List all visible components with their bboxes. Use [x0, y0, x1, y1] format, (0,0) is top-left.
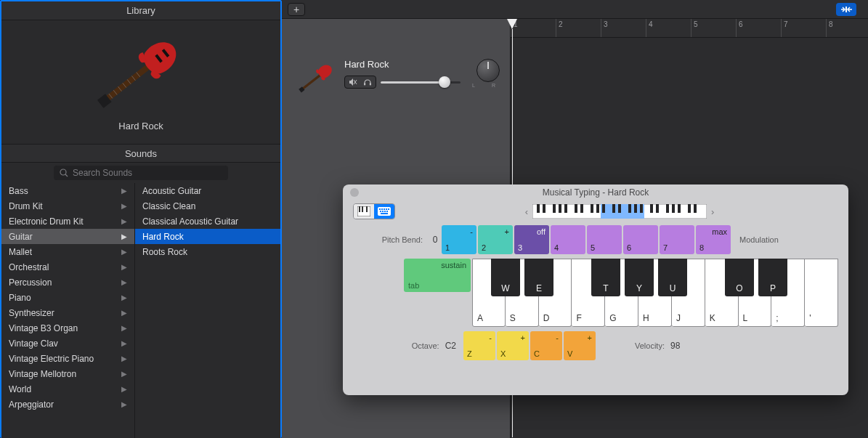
- black-key[interactable]: E: [524, 259, 553, 296]
- velocity-label: Velocity:: [635, 341, 665, 350]
- musical-typing-titlebar[interactable]: Musical Typing - Hard Rock: [343, 184, 848, 200]
- mute-solo-toggle[interactable]: [344, 76, 376, 89]
- chevron-right-icon: ▶: [121, 309, 127, 317]
- ruler-tick: 2: [556, 19, 563, 37]
- fn-key-v[interactable]: +V: [564, 331, 596, 360]
- svg-rect-41: [564, 204, 567, 213]
- category-label: Percussion: [9, 277, 52, 288]
- category-item[interactable]: Percussion▶: [1, 275, 134, 290]
- white-key[interactable]: ': [805, 259, 838, 327]
- black-key[interactable]: U: [658, 259, 687, 296]
- num-key-7[interactable]: 7: [660, 225, 694, 254]
- chevron-left-icon[interactable]: ‹: [525, 206, 528, 217]
- preset-item[interactable]: Acoustic Guitar: [135, 183, 280, 198]
- fn-key-z[interactable]: -Z: [463, 331, 495, 360]
- category-label: Piano: [9, 293, 31, 303]
- preset-column: Acoustic GuitarClassic CleanClassical Ac…: [135, 183, 280, 438]
- category-item[interactable]: World▶: [1, 381, 134, 397]
- track-header-bar: +: [282, 0, 868, 19]
- ruler-tick: 4: [646, 19, 653, 37]
- black-key[interactable]: Y: [625, 259, 654, 296]
- library-preview-name: Hard Rock: [118, 121, 163, 131]
- num-key-6[interactable]: 6: [623, 225, 658, 254]
- num-key-4[interactable]: 4: [551, 225, 585, 254]
- fn-key-x[interactable]: +X: [497, 331, 529, 360]
- close-button[interactable]: [350, 188, 359, 197]
- catch-icon: [840, 5, 853, 14]
- svg-rect-46: [602, 204, 605, 213]
- search-input[interactable]: Search Sounds: [54, 166, 228, 180]
- svg-rect-21: [359, 206, 360, 212]
- pitch-bend-zero: 0: [430, 225, 440, 254]
- timeline-ruler[interactable]: 12345678: [511, 19, 868, 38]
- category-item[interactable]: Arpeggiator▶: [1, 397, 134, 412]
- view-mode-segment[interactable]: [353, 203, 395, 219]
- category-item[interactable]: Piano▶: [1, 290, 134, 305]
- svg-rect-53: [656, 204, 659, 213]
- track-instrument-icon: [292, 52, 334, 94]
- category-item[interactable]: Drum Kit▶: [1, 198, 134, 214]
- category-item[interactable]: Synthesizer▶: [1, 305, 134, 320]
- pan-knob-icon: [476, 59, 500, 82]
- ruler-tick: 5: [691, 19, 698, 37]
- black-key[interactable]: P: [758, 259, 787, 296]
- piano-icon: [357, 206, 370, 216]
- category-label: Synthesizer: [9, 308, 54, 318]
- svg-rect-28: [386, 208, 387, 210]
- ruler-tick: 3: [601, 19, 608, 37]
- num-key-5[interactable]: 5: [587, 225, 622, 254]
- num-key-2[interactable]: +2: [478, 225, 513, 254]
- black-key[interactable]: W: [491, 259, 520, 296]
- chevron-right-icon[interactable]: ›: [711, 206, 714, 217]
- chevron-right-icon: ▶: [121, 278, 127, 286]
- category-item[interactable]: Vintage B3 Organ▶: [1, 320, 134, 336]
- volume-slider[interactable]: [381, 78, 461, 86]
- num-key-8[interactable]: max8: [696, 225, 731, 254]
- mini-keyboard-nav[interactable]: ‹ ›: [525, 204, 715, 219]
- num-key-1[interactable]: -1: [442, 225, 476, 254]
- svg-rect-54: [666, 204, 669, 213]
- category-label: Vintage Mellotron: [9, 369, 76, 379]
- ruler-tick: 7: [781, 19, 788, 37]
- svg-rect-22: [362, 206, 363, 212]
- sustain-key[interactable]: sustain tab: [404, 259, 471, 292]
- track-row[interactable]: Hard Rock: [282, 19, 510, 128]
- pan-control[interactable]: LR: [472, 59, 500, 88]
- fn-key-c[interactable]: -C: [530, 331, 562, 360]
- svg-rect-55: [672, 204, 675, 213]
- svg-rect-48: [618, 204, 621, 213]
- keyboard-view-button[interactable]: [374, 204, 394, 219]
- black-key[interactable]: T: [591, 259, 620, 296]
- svg-rect-33: [386, 211, 388, 212]
- search-row: Search Sounds: [1, 163, 280, 183]
- svg-rect-26: [381, 208, 383, 210]
- category-item[interactable]: Mallet▶: [1, 244, 134, 259]
- add-track-button[interactable]: +: [288, 3, 305, 16]
- chevron-right-icon: ▶: [121, 339, 127, 347]
- typing-piano: ASDFGHJKL;'WETYUOP: [472, 259, 838, 327]
- velocity-value: 98: [670, 341, 680, 351]
- category-item[interactable]: Vintage Clav▶: [1, 336, 134, 351]
- playhead-icon[interactable]: [507, 19, 517, 29]
- category-item[interactable]: Vintage Mellotron▶: [1, 366, 134, 381]
- library-title: Library: [1, 1, 280, 20]
- sounds-title: Sounds: [1, 144, 280, 163]
- category-item[interactable]: Electronic Drum Kit▶: [1, 214, 134, 229]
- preset-item[interactable]: Classic Clean: [135, 198, 280, 214]
- num-key-3[interactable]: off3: [514, 225, 549, 254]
- svg-line-12: [65, 174, 68, 177]
- category-label: Vintage B3 Organ: [9, 323, 78, 333]
- black-key[interactable]: O: [725, 259, 754, 296]
- ruler-tick: 8: [826, 19, 833, 37]
- keyboard-icon: [378, 207, 391, 216]
- preset-item[interactable]: Roots Rock: [135, 244, 280, 259]
- region-filter-button[interactable]: [836, 3, 856, 16]
- svg-rect-40: [559, 204, 561, 213]
- category-item[interactable]: Guitar▶: [1, 229, 134, 244]
- preset-item[interactable]: Classical Acoustic Guitar: [135, 214, 280, 229]
- category-item[interactable]: Vintage Electric Piano▶: [1, 351, 134, 366]
- category-item[interactable]: Orchestral▶: [1, 259, 134, 275]
- preset-item[interactable]: Hard Rock: [135, 229, 280, 244]
- category-item[interactable]: Bass▶: [1, 183, 134, 198]
- piano-view-button[interactable]: [354, 204, 374, 219]
